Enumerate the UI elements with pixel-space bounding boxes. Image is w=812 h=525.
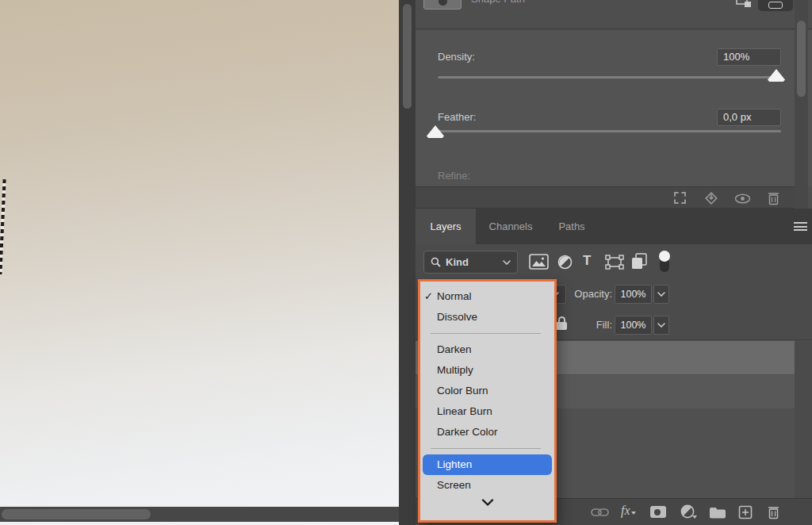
fill-chevron-button[interactable] (653, 316, 669, 335)
rounded-mask-icon (768, 2, 783, 9)
properties-footer-toolbar (416, 186, 795, 209)
delete-layer-icon[interactable] (768, 505, 779, 519)
shape-path-thumbnail-button[interactable] (423, 0, 462, 10)
density-label: Density: (438, 51, 475, 63)
density-slider-track[interactable] (438, 76, 781, 79)
tool-options-label: Shape Path (471, 0, 525, 5)
new-layer-icon[interactable] (738, 505, 753, 519)
mask-mode-button[interactable] (758, 0, 793, 11)
menu-scroll-down-icon[interactable] (420, 499, 554, 506)
photoshop-window: Shape Path Density: 100% Feather: 0,0 px… (0, 0, 812, 525)
lock-icon[interactable] (556, 316, 568, 330)
feather-slider-track[interactable] (435, 130, 781, 132)
opacity-value-field[interactable]: 100% (615, 285, 652, 304)
menu-item-dissolve[interactable]: Dissolve (420, 307, 554, 328)
filter-kind-label: Kind (446, 256, 503, 268)
layer-filter-row: Kind T (416, 244, 812, 279)
menu-item-darken[interactable]: Darken (420, 339, 554, 360)
tab-channels[interactable]: Channels (476, 209, 546, 244)
mask-properties-section: Density: 100% Feather: 0,0 px Refine: (416, 30, 812, 186)
search-icon (431, 257, 441, 267)
feather-label: Feather: (438, 111, 476, 123)
document-canvas[interactable] (0, 0, 399, 525)
menu-item-lighten[interactable]: Lighten (423, 454, 552, 475)
path-thumbnail-icon (439, 0, 447, 6)
fill-value-field[interactable]: 100% (615, 316, 652, 335)
menu-separator (431, 333, 541, 334)
feather-value-field[interactable]: 0,0 px (717, 109, 781, 126)
filter-toggle[interactable] (658, 251, 670, 273)
layer-effects-icon[interactable]: fx (621, 504, 636, 518)
check-icon: ✓ (424, 286, 435, 307)
selection-marching-ants (0, 179, 6, 274)
shape-layer-filter-icon[interactable] (605, 255, 624, 270)
menu-item-linear-burn[interactable]: Linear Burn (420, 401, 554, 422)
fill-selection-icon[interactable] (703, 190, 719, 206)
menu-item-color-burn[interactable]: Color Burn (420, 381, 554, 401)
menu-item-screen[interactable]: Screen (420, 475, 554, 496)
menu-item-darker-color[interactable]: Darker Color (420, 422, 554, 443)
properties-scrollbar-thumb[interactable] (797, 21, 806, 97)
menu-item-multiply[interactable]: Multiply (420, 360, 554, 381)
pixel-layer-filter-icon[interactable] (529, 254, 549, 270)
layers-list-gutter (795, 340, 812, 498)
blend-mode-menu: ✓ Normal Dissolve Darken Multiply Color … (418, 279, 557, 523)
filter-kind-select[interactable]: Kind (423, 251, 518, 274)
trash-icon[interactable] (768, 191, 779, 205)
canvas-vertical-scrollbar[interactable] (399, 0, 416, 525)
vertical-scrollbar-thumb[interactable] (403, 4, 412, 109)
properties-scrollbar[interactable] (795, 0, 808, 209)
refine-label: Refine: (438, 170, 470, 182)
add-mask-icon[interactable] (736, 0, 752, 8)
opacity-chevron-button[interactable] (653, 285, 669, 304)
density-value-field[interactable]: 100% (717, 48, 781, 66)
chevron-down-icon (503, 260, 511, 265)
canvas-horizontal-scrollbar[interactable] (0, 507, 399, 522)
density-slider-thumb[interactable] (768, 69, 785, 82)
adjustment-layer-filter-icon[interactable] (557, 255, 573, 270)
menu-separator (431, 448, 541, 449)
fill-label: Fill: (574, 319, 612, 331)
adjustment-layer-icon[interactable] (680, 504, 695, 519)
tab-paths[interactable]: Paths (546, 209, 598, 244)
layer-mask-icon[interactable] (650, 506, 666, 518)
tool-options-strip: Shape Path (416, 0, 812, 29)
link-layers-icon[interactable] (591, 508, 609, 517)
type-layer-filter-icon[interactable]: T (583, 253, 591, 268)
opacity-label: Opacity: (566, 288, 612, 300)
hamburger-menu-icon[interactable] (794, 222, 807, 233)
tab-layers[interactable]: Layers (416, 209, 476, 244)
panel-tab-bar: Layers Channels Paths (416, 209, 812, 244)
eye-icon[interactable] (734, 194, 751, 204)
smart-object-filter-icon[interactable] (631, 253, 648, 270)
horizontal-scrollbar-thumb[interactable] (2, 509, 151, 519)
menu-item-normal[interactable]: ✓ Normal (420, 286, 554, 307)
marquee-selection-icon[interactable] (674, 192, 686, 204)
group-layers-icon[interactable] (709, 506, 726, 519)
